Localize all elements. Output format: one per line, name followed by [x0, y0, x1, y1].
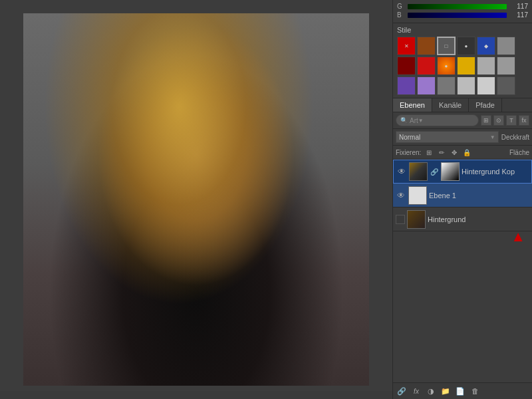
link-icon[interactable]: 🔗 — [396, 385, 408, 397]
opacity-label: Deckkraft — [501, 134, 529, 141]
layers-bottom-bar: 🔗 fx ◑ 📁 📄 🗑 — [393, 382, 532, 399]
fix-brush-icon[interactable]: ✏ — [436, 147, 447, 158]
b-channel-row: B 117 — [397, 11, 528, 19]
b-value: 117 — [509, 11, 528, 19]
filter-icon[interactable]: ⊙ — [493, 115, 504, 126]
fix-checkerboard-icon[interactable]: ⊞ — [424, 147, 434, 158]
fix-move-icon[interactable]: ✥ — [449, 147, 460, 158]
photo-background — [23, 13, 369, 386]
search-text: Art — [410, 117, 418, 124]
canvas-area — [0, 0, 392, 399]
stile-item-7[interactable] — [397, 57, 416, 75]
stile-item-2[interactable] — [417, 37, 436, 55]
stile-item-1[interactable]: ✕ — [397, 37, 416, 55]
chain-icon-hintergrund-kop: 🔗 — [430, 168, 438, 176]
blend-chevron-icon: ▼ — [490, 134, 495, 140]
layer-thumb-ebene1 — [408, 186, 427, 205]
layer-search-box[interactable]: 🔍 Art ▼ — [396, 114, 479, 126]
delete-icon[interactable]: 🗑 — [469, 385, 481, 397]
stile-item-18[interactable] — [497, 76, 515, 95]
layers-section: Ebenen Kanäle Pfade 🔍 Art ▼ ⊞ ⊙ T fx Nor… — [393, 98, 532, 399]
visibility-check-hintergrund[interactable] — [396, 215, 405, 224]
blend-mode-value: Normal — [399, 134, 420, 141]
stile-item-8[interactable] — [417, 57, 436, 75]
layers-tabs: Ebenen Kanäle Pfade — [393, 98, 532, 112]
stile-item-15[interactable] — [437, 76, 456, 95]
blend-mode-select[interactable]: Normal ▼ — [396, 131, 499, 143]
search-chevron-icon: ▼ — [418, 118, 424, 124]
stile-item-17[interactable] — [477, 76, 495, 95]
layer-item-hintergrund[interactable]: Hintergrund ▲ — [393, 207, 532, 231]
right-panel: G 117 B 117 Stile ✕ □ ● ◆ ● — [392, 0, 532, 399]
photo-container — [23, 13, 369, 386]
layer-item-ebene1[interactable]: 👁 Ebene 1 — [393, 184, 532, 207]
b-slider[interactable] — [408, 13, 507, 18]
layer-thumb-hintergrund — [407, 210, 426, 229]
g-channel-row: G 117 — [397, 3, 528, 10]
stile-item-10[interactable] — [457, 57, 475, 75]
g-slider[interactable] — [408, 4, 507, 9]
layers-list: 👁 🔗 Hintergrund Kop 👁 Ebene 1 Hintergrun… — [393, 160, 532, 382]
fx-bottom-icon[interactable]: fx — [410, 385, 422, 397]
stile-section: Stile ✕ □ ● ◆ ● — [393, 23, 532, 98]
blend-mode-row: Normal ▼ Deckkraft — [393, 129, 532, 146]
fix-row: Fixieren: ⊞ ✏ ✥ 🔒 Fläche — [393, 146, 532, 160]
layer-mask-hintergrund-kop — [441, 162, 460, 181]
new-group-bottom-icon[interactable]: 📁 — [440, 385, 452, 397]
stile-item-6[interactable] — [497, 37, 515, 55]
stile-item-16[interactable] — [457, 76, 475, 95]
layers-toolbar: 🔍 Art ▼ ⊞ ⊙ T fx — [393, 112, 532, 129]
tab-kanaele[interactable]: Kanäle — [432, 98, 469, 112]
fix-icons: ⊞ ✏ ✥ 🔒 — [424, 147, 507, 158]
search-icon: 🔍 — [400, 117, 408, 124]
g-value: 117 — [509, 3, 528, 10]
stile-item-5[interactable]: ◆ — [477, 37, 495, 55]
stile-item-13[interactable] — [397, 76, 416, 95]
eye-icon-hintergrund-kop[interactable]: 👁 — [396, 166, 407, 177]
fix-lock-icon[interactable]: 🔒 — [462, 147, 472, 158]
text-layer-icon[interactable]: T — [506, 115, 517, 126]
stile-item-12[interactable] — [497, 57, 515, 75]
stile-item-11[interactable] — [477, 57, 495, 75]
layer-thumb-hintergrund-kop — [409, 162, 428, 181]
new-layer-icon[interactable]: 📄 — [454, 385, 466, 397]
layer-name-hintergrund-kop: Hintergrund Kop — [462, 168, 529, 176]
stile-grid: ✕ □ ● ◆ ● — [397, 37, 528, 95]
stile-item-14[interactable] — [417, 76, 436, 95]
layer-item-hintergrund-kop[interactable]: 👁 🔗 Hintergrund Kop — [393, 160, 532, 184]
color-info-panel: G 117 B 117 — [393, 0, 532, 23]
new-group-icon[interactable]: ⊞ — [481, 115, 491, 126]
tab-pfade[interactable]: Pfade — [469, 98, 502, 112]
flaeche-label: Fläche — [509, 149, 529, 156]
adjustment-icon[interactable]: ◑ — [425, 385, 437, 397]
layer-name-hintergrund: Hintergrund — [428, 215, 529, 223]
canvas-scrollbar[interactable] — [0, 391, 392, 399]
red-arrow-indicator: ▲ — [511, 228, 525, 245]
layer-name-ebene1: Ebene 1 — [429, 192, 529, 200]
g-label: G — [397, 3, 405, 10]
tab-ebenen[interactable]: Ebenen — [393, 98, 432, 112]
stile-title: Stile — [397, 26, 528, 34]
fix-label: Fixieren: — [396, 149, 421, 156]
b-label: B — [397, 11, 405, 19]
stile-item-3[interactable]: □ — [437, 37, 456, 55]
fx-icon[interactable]: fx — [519, 115, 529, 126]
eye-icon-ebene1[interactable]: 👁 — [396, 190, 406, 201]
stile-item-4[interactable]: ● — [457, 37, 475, 55]
person-layer — [23, 13, 369, 386]
stile-item-9[interactable]: ● — [437, 57, 456, 75]
